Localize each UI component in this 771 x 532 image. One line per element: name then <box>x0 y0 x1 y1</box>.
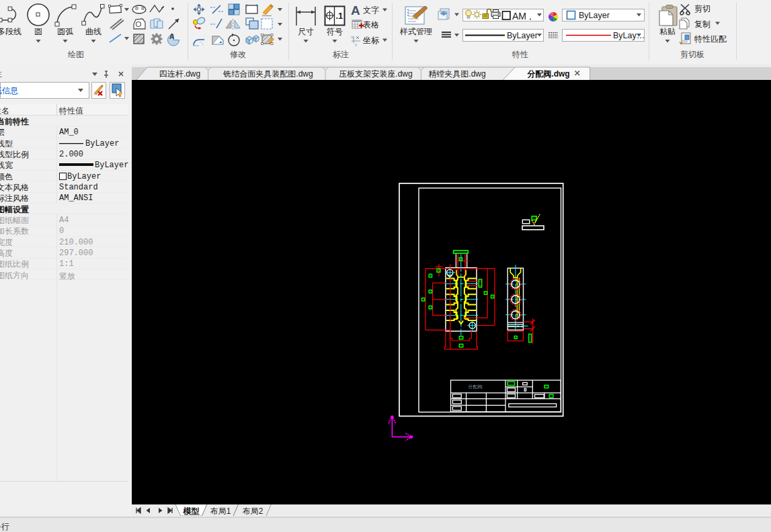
svg-text:A: A <box>169 33 174 40</box>
svg-text:坐标: 坐标 <box>362 36 380 45</box>
svg-text:A: A <box>351 3 360 17</box>
svg-text:符号: 符号 <box>327 27 343 36</box>
svg-text:ByLayer: ByLayer <box>579 11 610 20</box>
svg-text:剪切板: 剪切板 <box>680 50 704 59</box>
svg-text:修改: 修改 <box>230 50 246 59</box>
svg-text:多段线: 多段线 <box>0 27 22 36</box>
svg-text:标注: 标注 <box>333 50 349 59</box>
svg-text:复制: 复制 <box>694 19 711 29</box>
svg-text:ByLayer: ByLayer <box>507 31 538 40</box>
svg-text:.1: .1 <box>336 11 343 21</box>
svg-text:y: y <box>355 42 357 46</box>
svg-text:绘图: 绘图 <box>68 50 84 59</box>
svg-text:AM: AM <box>512 11 526 21</box>
svg-text:ByLay…: ByLay… <box>613 31 645 40</box>
svg-text:x: x <box>351 35 353 39</box>
svg-text:特性: 特性 <box>512 50 528 59</box>
svg-text:样式管理: 样式管理 <box>399 27 432 36</box>
svg-text:分配阀: 分配阀 <box>468 384 483 390</box>
svg-text:特性匹配: 特性匹配 <box>694 34 727 44</box>
svg-text:文字: 文字 <box>363 5 379 15</box>
svg-text:尺寸: 尺寸 <box>298 27 314 36</box>
svg-text:粘贴: 粘贴 <box>659 27 676 36</box>
svg-text:曲线: 曲线 <box>85 27 102 36</box>
svg-text:圆: 圆 <box>34 27 42 36</box>
svg-text:剪切: 剪切 <box>694 4 711 13</box>
svg-text:圆弧: 圆弧 <box>57 27 74 36</box>
svg-text:表格: 表格 <box>363 20 379 30</box>
